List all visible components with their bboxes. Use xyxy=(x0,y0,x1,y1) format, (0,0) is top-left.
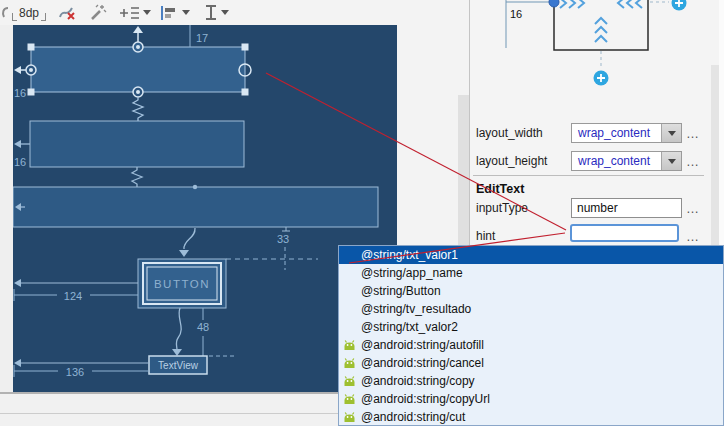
chevron-down-icon xyxy=(182,10,190,15)
layout-height-more-button[interactable]: … xyxy=(686,154,700,169)
layout-width-label: layout_width xyxy=(476,126,543,140)
combo-dropdown-button[interactable] xyxy=(661,152,681,170)
guidelines-button[interactable] xyxy=(120,0,140,25)
anchor-dot xyxy=(193,185,197,189)
design-toolbar: 8dp xyxy=(0,0,469,25)
margin-label-17: 17 xyxy=(196,32,208,44)
inputtype-more-button[interactable]: … xyxy=(686,201,700,216)
hint-more-button[interactable]: … xyxy=(686,229,700,244)
infer-constraints-button[interactable] xyxy=(88,0,108,25)
distance-label-124: 124 xyxy=(64,290,82,302)
section-divider xyxy=(473,175,704,176)
combo-dropdown-button[interactable] xyxy=(661,124,681,142)
guidelines-icon xyxy=(120,4,140,22)
chevron-down-icon xyxy=(221,10,229,15)
android-icon xyxy=(343,411,356,423)
layout-width-value: wrap_content xyxy=(572,126,661,140)
string-resource-dropdown: @string/txt_valor1 @string/app_name @str… xyxy=(338,245,724,426)
dropdown-item[interactable]: @string/app_name xyxy=(339,264,723,282)
bracket-tick xyxy=(12,13,17,21)
layout-width-more-button[interactable]: … xyxy=(686,126,700,141)
align-button[interactable] xyxy=(160,0,178,25)
inputtype-field[interactable]: number xyxy=(571,198,682,218)
edittext-widget[interactable] xyxy=(31,47,245,92)
hint-label: hint xyxy=(476,229,495,243)
dropdown-item[interactable]: @android:string/cancel xyxy=(339,354,723,372)
constraint-anchor-left[interactable] xyxy=(26,65,36,75)
inspector-margin-value: 16 xyxy=(510,8,522,20)
android-studio-layout-editor: 8dp xyxy=(0,0,724,426)
margin-label-16a: 16 xyxy=(14,87,26,99)
dropdown-item[interactable]: @string/Button xyxy=(339,282,723,300)
textview-label: TextView xyxy=(158,360,199,371)
default-margin-value: 8dp xyxy=(19,6,39,20)
dropdown-item[interactable]: @android:string/copy xyxy=(339,372,723,390)
attributes-scrollbar[interactable] xyxy=(711,65,719,247)
distribute-vertical-icon xyxy=(204,4,218,21)
align-dropdown-caret[interactable] xyxy=(182,0,190,25)
layout-height-combo[interactable]: wrap_content xyxy=(571,151,682,171)
margin-label-33: 33 xyxy=(277,233,289,245)
margin-label-16b: 16 xyxy=(14,156,26,168)
inspector-widget-box xyxy=(554,0,648,50)
chevron-down-icon xyxy=(143,10,151,15)
edittext-section-header: EditText xyxy=(476,182,524,196)
add-constraint-right-button[interactable] xyxy=(672,0,687,11)
wide-widget[interactable] xyxy=(13,187,378,227)
dropdown-item[interactable]: @android:string/copyUrl xyxy=(339,390,723,408)
edittext2-widget[interactable] xyxy=(30,121,244,167)
default-margin-button[interactable]: 8dp xyxy=(12,0,46,25)
button-label: BUTTON xyxy=(154,278,210,290)
bracket-tick xyxy=(41,13,46,21)
android-icon xyxy=(343,357,356,369)
clear-constraints-icon xyxy=(57,3,77,23)
pack-button[interactable] xyxy=(204,0,218,25)
dropdown-item[interactable]: @string/txt_valor2 xyxy=(339,318,723,336)
guidelines-dropdown-caret[interactable] xyxy=(143,0,151,25)
align-left-icon xyxy=(160,5,178,21)
add-constraint-bottom-button[interactable] xyxy=(594,71,609,86)
android-icon xyxy=(343,339,356,351)
connected-anchor-dot[interactable] xyxy=(549,0,559,7)
layout-height-label: layout_height xyxy=(476,154,547,168)
android-icon xyxy=(343,393,356,405)
chevron-down-icon xyxy=(668,131,676,136)
layout-width-combo[interactable]: wrap_content xyxy=(571,123,682,143)
dropdown-item[interactable]: @android:string/cut xyxy=(339,408,723,426)
chevron-down-icon xyxy=(668,159,676,164)
layout-height-value: wrap_content xyxy=(572,154,661,168)
distance-label-136: 136 xyxy=(66,366,84,378)
dropdown-item[interactable]: @string/tv_resultado xyxy=(339,300,723,318)
hint-field[interactable] xyxy=(570,224,679,242)
clear-constraints-button[interactable] xyxy=(57,0,77,25)
inputtype-label: inputType xyxy=(476,201,528,215)
editor-left-gutter xyxy=(0,25,13,392)
magic-wand-icon xyxy=(88,3,108,23)
dropdown-item[interactable]: @android:string/autofill xyxy=(339,336,723,354)
clipped-icon xyxy=(0,0,8,25)
distance-label-48: 48 xyxy=(197,321,209,333)
pack-dropdown-caret[interactable] xyxy=(221,0,229,25)
dropdown-item-selected[interactable]: @string/txt_valor1 xyxy=(339,246,723,264)
constraint-anchor-bottom[interactable] xyxy=(133,87,143,97)
constraint-anchor-top[interactable] xyxy=(133,42,143,52)
android-icon xyxy=(343,375,356,387)
constraint-inspector[interactable]: 16 xyxy=(470,0,724,120)
